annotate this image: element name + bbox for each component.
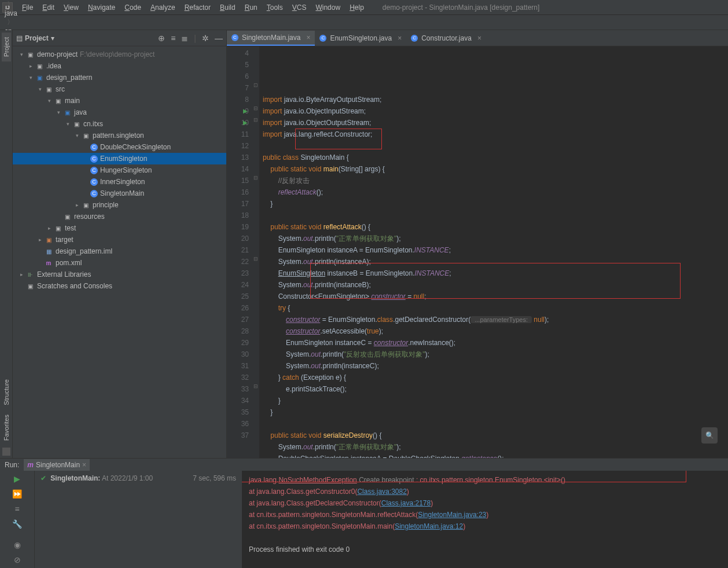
structure-tool-tab[interactable]: Structure (2, 375, 11, 410)
search-float-icon[interactable]: 🔍 (701, 427, 718, 444)
project-panel-title[interactable]: Project (25, 34, 49, 42)
layout-icon[interactable]: ≡ (14, 504, 19, 514)
close-tab-icon[interactable]: × (477, 34, 481, 42)
run-toolbar: ▶ ⏩ ≡ 🔧 ◉ ⊘ (0, 471, 35, 568)
menu-run[interactable]: Run (240, 2, 262, 13)
project-tree[interactable]: ▾▣demo-projectF:\develop\demo-project▸▣.… (13, 46, 226, 458)
run-config-tab[interactable]: m SingletonMain × (24, 459, 90, 471)
menubar: IJ FileEditViewNavigateCodeAnalyzeRefact… (0, 0, 728, 15)
breadcrumb-item[interactable]: java (5, 9, 58, 17)
tree-item[interactable]: ▾▣pattern.singleton (13, 130, 226, 141)
gutter[interactable]: 45678▶9▶10111213141516171819202122232425… (227, 46, 252, 458)
menu-vcs[interactable]: VCS (288, 2, 311, 13)
editor-tabs: CSingletonMain.java×CEnumSingleton.java×… (227, 30, 728, 46)
pin-icon[interactable]: ⊘ (14, 555, 21, 565)
tree-item[interactable]: ▸▣.idea (13, 60, 226, 72)
tree-item[interactable]: ▸▣principle (13, 199, 226, 211)
select-opened-icon[interactable]: ⊕ (158, 34, 165, 43)
tree-item[interactable]: CDoubleCheckSingleton (13, 141, 226, 153)
menu-help[interactable]: Help (345, 2, 369, 13)
project-panel-header: ▤ Project ▾ ⊕ ≡ ≣ | ✲ — (13, 30, 226, 46)
run-tab-label: SingletonMain (36, 461, 80, 469)
run-time: At 2022/1/9 1:00 (102, 474, 153, 482)
chevron-down-icon[interactable]: ▾ (51, 34, 54, 42)
settings-icon[interactable]: ✲ (202, 34, 209, 43)
menu-refactor[interactable]: Refactor (180, 2, 215, 13)
tree-item[interactable]: CHungerSingleton (13, 164, 226, 176)
tree-item[interactable]: ▾▣src (13, 83, 226, 95)
menu-code[interactable]: Code (120, 2, 146, 13)
run-status-row: ✔ SingletonMain: At 2022/1/9 1:00 7 sec,… (41, 474, 236, 482)
close-tab-icon[interactable]: × (306, 34, 310, 42)
code-editor[interactable]: 45678▶9▶10111213141516171819202122232425… (227, 46, 728, 458)
project-tool-tab[interactable]: Project (2, 32, 11, 61)
menu-view[interactable]: View (59, 2, 83, 13)
tree-item[interactable]: ▾▣demo-projectF:\develop\demo-project (13, 49, 226, 60)
tree-item[interactable]: ▣resources (13, 211, 226, 222)
run-label: Run: (5, 461, 19, 469)
collapse-all-icon[interactable]: ≣ (181, 34, 188, 43)
highlight-box-reflectattack (295, 129, 382, 149)
close-tab-icon[interactable]: × (398, 34, 402, 42)
tree-item[interactable]: ▾▣main (13, 95, 226, 107)
tree-item[interactable]: ▸⊪External Libraries (13, 269, 226, 280)
window-title: demo-project - SingletonMain.java [desig… (383, 3, 540, 12)
tree-item[interactable]: CInnerSingleton (13, 176, 226, 188)
menu-build[interactable]: Build (215, 2, 240, 13)
tree-item[interactable]: CEnumSingleton (13, 153, 226, 164)
settings-icon[interactable]: 🔧 (12, 519, 22, 529)
left-tool-strip: Project Structure Favorites (0, 30, 13, 458)
run-tool-window: Run: m SingletonMain × ▶ ⏩ ≡ 🔧 ◉ ⊘ ✔ Sin… (0, 458, 728, 568)
expand-all-icon[interactable]: ≡ (171, 34, 175, 43)
menu-navigate[interactable]: Navigate (83, 2, 120, 13)
tree-item[interactable]: ▾▣cn.itxs (13, 118, 226, 130)
menu-tools[interactable]: Tools (262, 2, 288, 13)
stop-icon[interactable]: ⏩ (12, 489, 22, 499)
rerun-icon[interactable]: ▶ (14, 474, 20, 483)
close-icon[interactable]: × (82, 461, 86, 469)
tree-item[interactable]: ▸▣target (13, 234, 226, 245)
run-duration: 7 sec, 596 ms (193, 474, 236, 482)
editor-tab[interactable]: CEnumSingleton.java× (315, 31, 406, 46)
tree-item[interactable]: ▣Scratches and Consoles (13, 280, 226, 292)
menu-window[interactable]: Window (311, 2, 345, 13)
success-icon: ✔ (41, 474, 46, 482)
tree-item[interactable]: mpom.xml (13, 257, 226, 269)
favorites-tool-tab[interactable]: Favorites (2, 410, 11, 445)
editor-area: CSingletonMain.java×CEnumSingleton.java×… (227, 30, 728, 458)
main-icon: m (27, 461, 34, 469)
project-panel: ▤ Project ▾ ⊕ ≡ ≣ | ✲ — ▾▣demo-projectF:… (13, 30, 227, 458)
show-icon[interactable]: ◉ (14, 540, 21, 549)
tree-item[interactable]: CSingletonMain (13, 188, 226, 199)
breadcrumb: demo-project〉design_pattern〉src〉main〉jav… (0, 15, 728, 30)
highlight-box-constructor (310, 263, 681, 299)
tree-item[interactable]: ▸▣test (13, 222, 226, 234)
hide-icon[interactable]: — (215, 34, 223, 43)
run-status-panel: ✔ SingletonMain: At 2022/1/9 1:00 7 sec,… (35, 471, 242, 568)
run-header: Run: m SingletonMain × (0, 459, 728, 471)
run-console[interactable]: java.lang.NoSuchMethodException Create b… (242, 471, 728, 568)
editor-tab[interactable]: CSingletonMain.java× (227, 31, 315, 46)
fold-gutter[interactable]: ⊡⊟⊟⊟⊟⊟ (252, 46, 259, 458)
tree-item[interactable]: ▦design_pattern.iml (13, 245, 226, 257)
tool-windows-icon[interactable] (2, 448, 10, 456)
project-view-icon: ▤ (16, 34, 23, 42)
run-status-name: SingletonMain: (50, 474, 100, 482)
menu-analyze[interactable]: Analyze (146, 2, 180, 13)
code-body[interactable]: import java.io.ByteArrayOutputStream;imp… (259, 46, 728, 458)
editor-tab[interactable]: CConstructor.java× (406, 31, 486, 46)
tree-item[interactable]: ▾▣design_pattern (13, 72, 226, 83)
tree-item[interactable]: ▾▣java (13, 107, 226, 118)
